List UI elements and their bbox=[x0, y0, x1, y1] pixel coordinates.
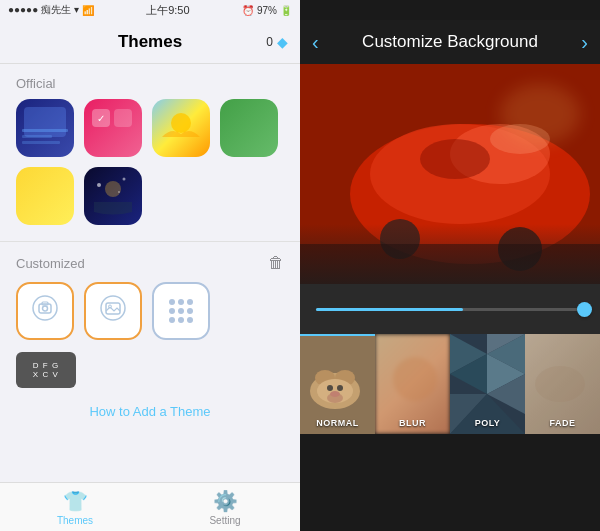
setting-tab-icon: ⚙️ bbox=[213, 489, 238, 513]
svg-point-7 bbox=[105, 181, 121, 197]
filter-blur-label: BLUR bbox=[399, 418, 426, 428]
custom-camera-item[interactable] bbox=[16, 282, 74, 340]
diamond-count: 0 bbox=[266, 35, 273, 49]
carrier-text: ●●●●● 痴先生 ▾ bbox=[8, 3, 79, 17]
nav-right-area: 0 ◆ bbox=[266, 34, 288, 50]
slider-thumb[interactable] bbox=[577, 302, 592, 317]
customize-background-title: Customize Background bbox=[362, 32, 538, 52]
svg-point-45 bbox=[535, 366, 585, 402]
forward-arrow[interactable]: › bbox=[581, 31, 588, 54]
theme-yellow[interactable] bbox=[16, 167, 74, 225]
diamond-icon: ◆ bbox=[277, 34, 288, 50]
status-left: ●●●●● 痴先生 ▾ 📶 bbox=[8, 3, 94, 17]
custom-dots-item[interactable] bbox=[152, 282, 210, 340]
svg-text:✓: ✓ bbox=[97, 113, 105, 124]
photo-icon bbox=[99, 294, 127, 328]
theme-blue[interactable] bbox=[16, 99, 74, 157]
section-divider bbox=[0, 241, 300, 242]
svg-point-23 bbox=[420, 139, 490, 179]
filter-fade-label: FADE bbox=[549, 418, 575, 428]
tab-themes[interactable]: 👕 Themes bbox=[0, 489, 150, 526]
status-bar: ●●●●● 痴先生 ▾ 📶 上午9:50 ⏰ 97% 🔋 bbox=[0, 0, 300, 20]
svg-rect-1 bbox=[22, 135, 52, 138]
status-right: ⏰ 97% 🔋 bbox=[242, 5, 292, 16]
camera-icon bbox=[31, 294, 59, 328]
svg-point-35 bbox=[330, 391, 340, 397]
svg-point-6 bbox=[171, 113, 191, 133]
theme-night[interactable] bbox=[84, 167, 142, 225]
official-theme-grid: ✓ bbox=[0, 99, 300, 241]
tab-bar: 👕 Themes ⚙️ Setting bbox=[0, 482, 300, 531]
wifi-icon: 📶 bbox=[82, 5, 94, 16]
svg-rect-0 bbox=[22, 129, 68, 132]
svg-rect-2 bbox=[22, 141, 60, 144]
blur-overlay bbox=[300, 224, 600, 284]
background-preview bbox=[300, 64, 600, 284]
customized-label: Customized bbox=[16, 256, 85, 271]
add-theme-link[interactable]: How to Add a Theme bbox=[0, 388, 300, 435]
content-area: Official ✓ bbox=[0, 64, 300, 482]
filter-blur[interactable]: BLUR bbox=[375, 334, 450, 434]
themes-nav-bar: Themes 0 ◆ bbox=[0, 20, 300, 64]
dots-grid bbox=[169, 299, 193, 323]
svg-point-34 bbox=[337, 385, 343, 391]
svg-rect-4 bbox=[114, 109, 132, 127]
themes-tab-label: Themes bbox=[57, 515, 93, 526]
svg-point-9 bbox=[123, 178, 126, 181]
battery-icon: 🔋 bbox=[280, 5, 292, 16]
battery-text: 97% bbox=[257, 5, 277, 16]
alarm-icon: ⏰ bbox=[242, 5, 254, 16]
theme-pink[interactable]: ✓ bbox=[84, 99, 142, 157]
official-section-label: Official bbox=[0, 76, 300, 99]
slider-fill bbox=[316, 308, 463, 311]
filter-poly-label: POLY bbox=[475, 418, 501, 428]
trash-icon[interactable]: 🗑 bbox=[268, 254, 284, 272]
right-status-bar bbox=[300, 0, 600, 20]
themes-title: Themes bbox=[118, 32, 182, 52]
tab-setting[interactable]: ⚙️ Setting bbox=[150, 489, 300, 526]
svg-point-8 bbox=[97, 183, 101, 187]
svg-point-13 bbox=[43, 306, 48, 311]
custom-photo-item[interactable] bbox=[84, 282, 142, 340]
svg-point-11 bbox=[33, 296, 57, 320]
keyboard-preview: D F GX C V bbox=[16, 352, 76, 388]
setting-tab-label: Setting bbox=[209, 515, 240, 526]
filters-row: NORMAL BLUR bbox=[300, 334, 600, 434]
car-image bbox=[300, 64, 600, 284]
svg-point-36 bbox=[393, 357, 437, 401]
filter-normal[interactable]: NORMAL bbox=[300, 334, 375, 434]
slider-track[interactable] bbox=[316, 308, 584, 311]
left-panel: ●●●●● 痴先生 ▾ 📶 上午9:50 ⏰ 97% 🔋 Themes 0 ◆ … bbox=[0, 0, 300, 531]
filter-normal-label: NORMAL bbox=[316, 418, 359, 428]
slider-area bbox=[300, 284, 600, 334]
filter-poly[interactable]: POLY bbox=[450, 334, 525, 434]
status-time: 上午9:50 bbox=[146, 3, 189, 18]
back-arrow[interactable]: ‹ bbox=[312, 31, 319, 54]
customized-header: Customized 🗑 bbox=[16, 254, 284, 272]
theme-sky[interactable] bbox=[152, 99, 210, 157]
svg-point-10 bbox=[118, 191, 120, 193]
custom-grid bbox=[16, 282, 284, 340]
customized-section: Customized 🗑 bbox=[0, 254, 300, 388]
car-highlight bbox=[500, 84, 580, 144]
svg-point-33 bbox=[327, 385, 333, 391]
filter-fade[interactable]: FADE bbox=[525, 334, 600, 434]
right-nav-bar: ‹ Customize Background › bbox=[300, 20, 600, 64]
themes-tab-icon: 👕 bbox=[63, 489, 88, 513]
right-panel: ‹ Customize Background › bbox=[300, 0, 600, 531]
theme-green[interactable] bbox=[220, 99, 278, 157]
svg-point-15 bbox=[101, 296, 125, 320]
keyboard-text: D F GX C V bbox=[33, 361, 59, 379]
